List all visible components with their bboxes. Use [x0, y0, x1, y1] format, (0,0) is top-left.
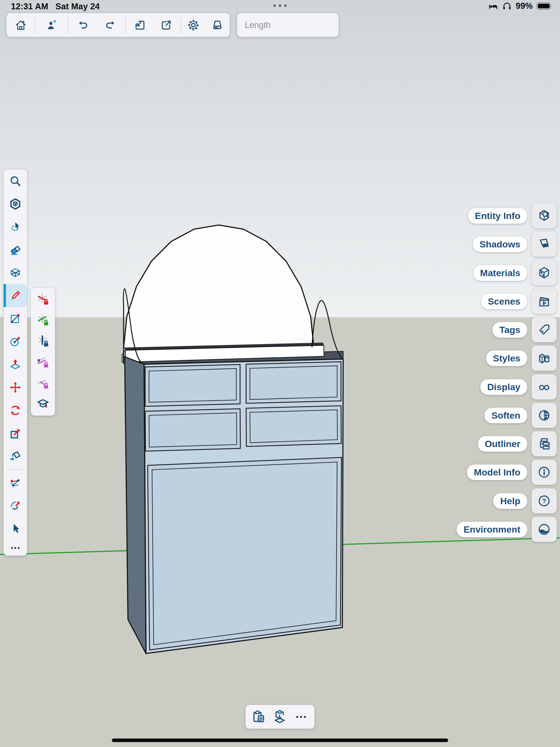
cabinet-side-face	[125, 357, 146, 653]
right-row-tags: Tags	[492, 317, 557, 342]
undo-button[interactable]	[71, 16, 95, 35]
add-collaborator-button[interactable]	[40, 16, 63, 35]
entity-info-label[interactable]: Entity Info	[468, 208, 527, 224]
entity-info-icon	[537, 208, 552, 223]
follow-me-icon	[9, 499, 22, 512]
materials-icon	[537, 265, 552, 280]
tags-label[interactable]: Tags	[492, 322, 527, 338]
styles-icon	[537, 351, 552, 366]
status-indicators: 99%	[488, 1, 553, 11]
tool-rectangle[interactable]	[4, 307, 27, 330]
tags-button[interactable]	[532, 317, 557, 342]
tool-circle[interactable]	[4, 330, 27, 353]
tool-select[interactable]	[4, 517, 27, 540]
paste-in-place-button[interactable]	[272, 709, 288, 725]
rectangle-icon	[9, 312, 22, 325]
lock-perpendicular-button[interactable]	[33, 374, 53, 393]
axis-lock-red-icon	[36, 292, 50, 307]
help-button[interactable]: ?	[532, 488, 557, 514]
tool-move[interactable]	[4, 376, 27, 399]
tool-orbit[interactable]	[4, 192, 27, 215]
display-label[interactable]: Display	[480, 379, 527, 395]
tool-paint[interactable]	[4, 445, 27, 468]
display-button[interactable]	[532, 374, 557, 400]
shadows-button[interactable]	[532, 232, 557, 257]
more-tools-button[interactable]	[4, 540, 27, 556]
soften-button[interactable]	[532, 403, 557, 428]
scenes-label[interactable]: Scenes	[481, 294, 527, 309]
push-pull-icon	[9, 358, 22, 371]
redo-button[interactable]	[98, 16, 122, 35]
lock-parallel-button[interactable]	[33, 353, 53, 372]
paste-in-place-icon	[272, 709, 288, 725]
multitask-dots-icon[interactable]	[274, 4, 287, 7]
outliner-icon	[537, 436, 552, 451]
right-row-scenes: Scenes	[481, 289, 557, 314]
paste-button[interactable]	[251, 709, 266, 725]
tool-xray[interactable]	[4, 261, 27, 284]
styles-label[interactable]: Styles	[486, 351, 527, 366]
status-bar: 12:31 AMSat May 24 99%	[0, 0, 560, 12]
tag-icon	[537, 323, 552, 337]
model-canvas[interactable]	[0, 0, 560, 747]
more-actions-button[interactable]	[294, 709, 309, 725]
clock: 12:31 AMSat May 24	[11, 2, 100, 11]
right-row-model-info: Model Info	[467, 460, 557, 485]
outliner-button[interactable]	[532, 431, 557, 456]
environment-button[interactable]	[532, 517, 557, 542]
materials-label[interactable]: Materials	[473, 265, 527, 281]
materials-button[interactable]	[532, 260, 557, 285]
length-input[interactable]	[237, 20, 338, 30]
home-indicator[interactable]	[112, 739, 448, 742]
right-row-styles: Styles	[486, 345, 557, 371]
person-add-icon	[45, 19, 58, 31]
tool-eraser[interactable]	[4, 238, 27, 261]
help-label[interactable]: Help	[493, 493, 527, 509]
tool-arc[interactable]	[4, 471, 27, 494]
tool-rotate[interactable]	[4, 399, 27, 422]
export-button[interactable]	[154, 16, 178, 35]
lock-red-axis-button[interactable]	[33, 290, 53, 309]
paint-bucket-icon	[9, 449, 22, 463]
soften-label[interactable]: Soften	[485, 408, 527, 423]
tool-scale[interactable]	[4, 422, 27, 445]
redo-icon	[104, 19, 117, 31]
scenes-button[interactable]	[532, 289, 557, 314]
wire-cube-icon	[9, 266, 22, 279]
scenes-icon	[537, 294, 552, 309]
move-icon	[9, 381, 22, 394]
right-row-environment: Environment	[457, 517, 557, 542]
help-icon: ?	[537, 493, 552, 508]
lock-green-axis-button[interactable]	[33, 311, 53, 330]
glasses-icon	[537, 380, 552, 394]
toolbar-divider	[7, 469, 24, 470]
tool-line[interactable]	[4, 284, 27, 307]
home-button[interactable]	[9, 16, 32, 35]
scale-icon	[9, 427, 22, 440]
import-button[interactable]	[128, 16, 152, 35]
outliner-label[interactable]: Outliner	[478, 436, 527, 452]
tool-lasso-select[interactable]	[4, 215, 27, 238]
settings-button[interactable]	[182, 16, 205, 35]
axis-lock-green-icon	[36, 313, 50, 327]
entity-info-button[interactable]	[532, 203, 557, 228]
environment-label[interactable]: Environment	[457, 522, 527, 537]
model-info-label[interactable]: Model Info	[467, 465, 527, 480]
tool-follow-me[interactable]	[4, 494, 27, 517]
instructor-button[interactable]	[33, 394, 53, 414]
shadows-label[interactable]: Shadows	[473, 236, 527, 252]
tool-push-pull[interactable]	[4, 353, 27, 376]
sketchup-model	[0, 0, 560, 747]
sleep-focus-icon	[488, 1, 498, 11]
graduation-cap-icon	[36, 397, 50, 411]
import-icon	[134, 19, 146, 31]
axis-lock-blue-icon	[36, 334, 50, 349]
connected-device-button[interactable]	[206, 16, 229, 35]
headphones-icon	[502, 1, 512, 11]
styles-button[interactable]	[532, 345, 557, 371]
lock-blue-axis-button[interactable]	[33, 332, 53, 351]
battery-percent: 99%	[516, 1, 533, 11]
device-icon	[211, 19, 224, 31]
model-info-button[interactable]	[532, 460, 557, 485]
tool-zoom[interactable]	[4, 170, 27, 192]
